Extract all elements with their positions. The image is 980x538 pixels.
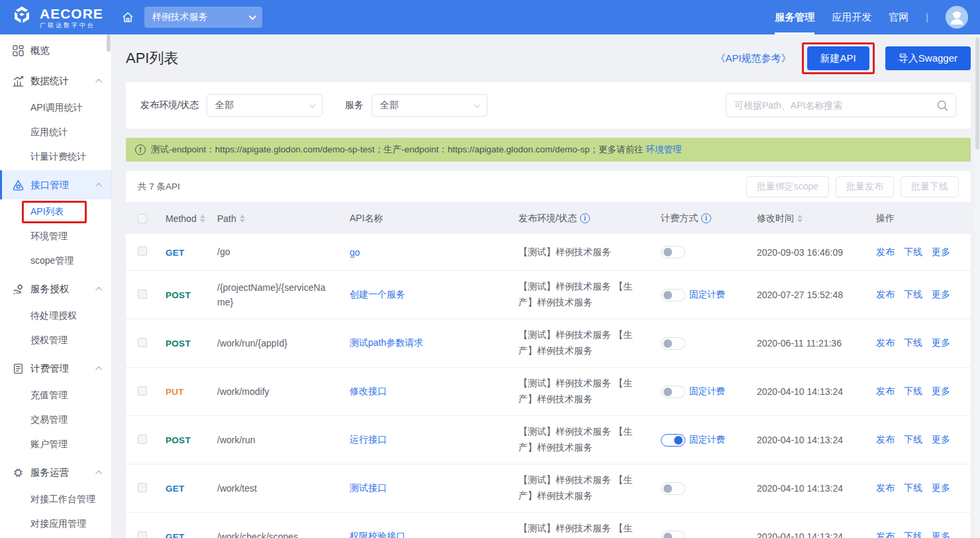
sidebar-item-API调用统计[interactable]: API调用统计 <box>0 95 111 120</box>
main-content: API列表 《API规范参考》 新建API 导入Swagger 发布环境/状态 … <box>111 34 980 538</box>
sort-icon[interactable] <box>200 215 205 223</box>
chevron-up-icon[interactable] <box>95 366 102 372</box>
publish-action[interactable]: 发布 <box>876 434 895 446</box>
chevron-up-icon[interactable] <box>95 470 102 476</box>
more-action[interactable]: 更多 <box>932 531 950 538</box>
more-action[interactable]: 更多 <box>932 386 950 398</box>
sidebar-group-3[interactable]: 服务授权 <box>0 274 111 303</box>
api-name-link[interactable]: 测试接口 <box>350 482 387 493</box>
sidebar-item-计量计费统计[interactable]: 计量计费统计 <box>0 144 111 169</box>
offline-action[interactable]: 下线 <box>904 482 922 494</box>
user-avatar[interactable] <box>946 6 968 28</box>
billing-toggle[interactable] <box>661 337 685 350</box>
billing-toggle[interactable] <box>661 482 685 495</box>
service-filter-value: 全部 <box>380 99 399 111</box>
row-checkbox[interactable] <box>138 483 147 492</box>
publish-action[interactable]: 发布 <box>876 386 895 398</box>
sidebar-item-应用统计[interactable]: 应用统计 <box>0 120 111 144</box>
api-spec-link[interactable]: 《API规范参考》 <box>715 52 791 65</box>
billing-toggle[interactable] <box>661 386 685 398</box>
sidebar-group-5[interactable]: 服务运营 <box>0 458 111 487</box>
api-name-link[interactable]: 权限校验接口 <box>350 531 405 538</box>
info-icon[interactable]: i <box>580 213 590 223</box>
sidebar-item-对接工作台管理[interactable]: 对接工作台管理 <box>0 487 111 511</box>
api-name-link[interactable]: 修改接口 <box>350 386 387 396</box>
home-icon[interactable] <box>118 7 138 27</box>
more-action[interactable]: 更多 <box>932 289 950 301</box>
more-action[interactable]: 更多 <box>932 246 950 258</box>
sidebar-item-账户管理[interactable]: 账户管理 <box>0 432 111 457</box>
chevron-up-icon[interactable] <box>95 182 102 189</box>
sort-icon[interactable] <box>797 215 803 223</box>
batch-publish-button[interactable]: 批量发布 <box>836 176 894 197</box>
more-action[interactable]: 更多 <box>932 434 950 446</box>
billing-toggle[interactable] <box>661 531 685 538</box>
offline-action[interactable]: 下线 <box>904 289 922 301</box>
sidebar-item-scope管理[interactable]: scope管理 <box>0 248 111 273</box>
chevron-up-icon[interactable] <box>95 78 102 85</box>
select-all-checkbox[interactable] <box>138 214 147 223</box>
api-name-link[interactable]: 运行接口 <box>350 434 387 445</box>
row-checkbox[interactable] <box>138 290 147 299</box>
method-badge: GET <box>166 248 185 258</box>
sidebar-group-2[interactable]: 接口管理 <box>0 170 111 199</box>
nav-service-management[interactable]: 服务管理 <box>775 0 814 34</box>
publish-action[interactable]: 发布 <box>876 531 895 538</box>
offline-action[interactable]: 下线 <box>904 434 922 446</box>
chevron-down-icon <box>474 101 481 108</box>
info-icon[interactable]: i <box>701 213 711 223</box>
nav-official-site[interactable]: 官网 <box>889 0 908 34</box>
publish-action[interactable]: 发布 <box>876 246 895 258</box>
service-filter-select[interactable]: 全部 <box>371 94 487 117</box>
publish-action[interactable]: 发布 <box>876 482 895 494</box>
api-name-link[interactable]: go <box>350 247 360 258</box>
import-swagger-button[interactable]: 导入Swagger <box>885 46 971 70</box>
sidebar-group-1[interactable]: 数据统计 <box>0 66 111 95</box>
chevron-up-icon[interactable] <box>95 286 102 293</box>
billing-toggle[interactable] <box>661 434 685 447</box>
row-checkbox[interactable] <box>138 338 147 347</box>
new-api-button[interactable]: 新建API <box>807 46 869 70</box>
env-management-link[interactable]: 环境管理 <box>646 144 682 156</box>
sidebar-item-交易管理[interactable]: 交易管理 <box>0 407 111 432</box>
sidebar-item-对接应用管理[interactable]: 对接应用管理 <box>0 511 111 536</box>
search-icon[interactable] <box>936 99 949 112</box>
row-checkbox[interactable] <box>138 531 147 538</box>
row-checkbox[interactable] <box>138 246 147 256</box>
api-name-link[interactable]: 测试path参数请求 <box>350 337 423 348</box>
sidebar-scrollbar[interactable] <box>107 34 111 52</box>
batch-bind-scope-button[interactable]: 批量绑定scope <box>746 176 829 197</box>
sort-icon[interactable] <box>240 215 245 223</box>
nav-app-development[interactable]: 应用开发 <box>832 0 871 34</box>
api-count-summary: 共 7 条API <box>138 181 180 193</box>
sidebar-group-4[interactable]: 计费管理 <box>0 354 111 383</box>
offline-action[interactable]: 下线 <box>904 337 922 349</box>
table-row: POST /work/run 运行接口 【测试】样例技术服务 【生产】样例技术服… <box>126 416 971 464</box>
env-filter-select[interactable]: 全部 <box>207 94 322 117</box>
batch-offline-button[interactable]: 批量下线 <box>901 176 959 197</box>
publish-action[interactable]: 发布 <box>876 337 895 349</box>
row-checkbox[interactable] <box>138 386 147 396</box>
offline-action[interactable]: 下线 <box>904 386 922 398</box>
offline-action[interactable]: 下线 <box>904 246 922 258</box>
sidebar-item-API列表[interactable]: API列表 <box>0 199 111 224</box>
sidebar-item-授权管理[interactable]: 授权管理 <box>0 328 111 352</box>
sidebar-group-0[interactable]: 概览 <box>0 36 111 65</box>
offline-action[interactable]: 下线 <box>904 531 922 538</box>
sidebar-item-待处理授权[interactable]: 待处理授权 <box>0 303 111 328</box>
billing-toggle[interactable] <box>661 246 685 258</box>
sidebar-item-环境管理[interactable]: 环境管理 <box>0 224 111 248</box>
endpoint-banner: ! 测试-endpoint：https://apigate.glodon.com… <box>126 138 971 162</box>
search-input[interactable] <box>734 100 936 111</box>
row-checkbox[interactable] <box>138 435 147 444</box>
billing-toggle[interactable] <box>661 289 685 301</box>
sidebar-item-充值管理[interactable]: 充值管理 <box>0 383 111 407</box>
api-name-link[interactable]: 创建一个服务 <box>350 289 405 299</box>
window-scrollbar[interactable] <box>975 34 980 538</box>
more-action[interactable]: 更多 <box>932 337 950 349</box>
publish-action[interactable]: 发布 <box>876 289 895 301</box>
workspace-select[interactable]: 样例技术服务 <box>144 7 262 28</box>
modified-time: 2020-04-10 14:13:24 <box>757 435 876 445</box>
more-action[interactable]: 更多 <box>932 482 950 494</box>
col-modified-time: 修改时间 <box>757 213 794 225</box>
